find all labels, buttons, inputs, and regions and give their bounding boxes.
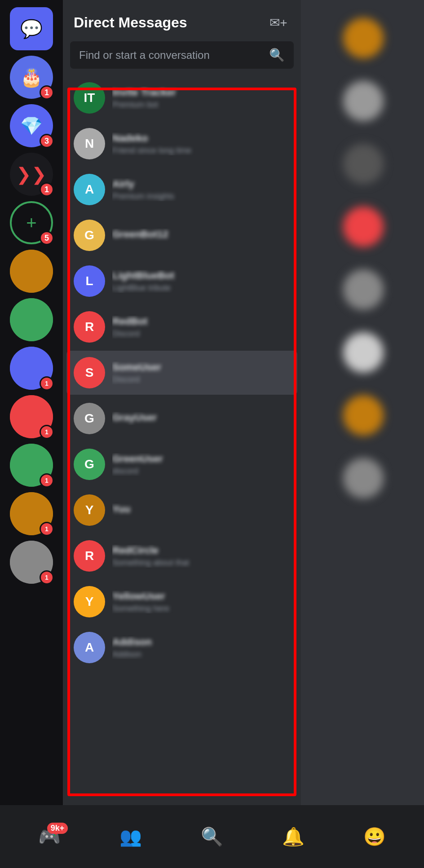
side-avatar — [343, 458, 384, 498]
dm-info: Nadeko Friend since long time — [112, 132, 290, 155]
side-avatar — [343, 332, 384, 373]
side-avatar — [343, 81, 384, 121]
dm-avatar: N — [74, 128, 105, 159]
dm-panel-title: Direct Messages — [74, 14, 187, 31]
search-placeholder-text: Find or start a conversation — [79, 49, 210, 62]
server-user1-wrap — [10, 250, 53, 293]
nav-search[interactable]: 🔍 — [201, 826, 223, 847]
dm-panel: Direct Messages ✉+ Find or start a conve… — [63, 0, 301, 868]
red-app-badge: 1 — [40, 182, 54, 197]
dm-avatar: R — [74, 311, 105, 343]
dm-info: Airly Premium insights — [112, 178, 290, 201]
dm-name: YellowUser — [112, 590, 290, 602]
dm-avatar: G — [74, 220, 105, 251]
server-user6-wrap: 1 — [10, 492, 53, 535]
dm-avatar: R — [74, 540, 105, 572]
dm-name: SomeUser — [112, 361, 290, 373]
dm-name: RedCircle — [112, 545, 290, 556]
dm-avatar: Y — [74, 494, 105, 526]
dm-name: Airly — [112, 178, 290, 190]
search-nav-icon: 🔍 — [201, 826, 223, 847]
dm-item[interactable]: G GrayUser — [66, 397, 297, 441]
dm-name: GrayUser — [112, 412, 290, 423]
dm-avatar: G — [74, 449, 105, 480]
server-user2-icon[interactable] — [10, 298, 53, 341]
bottom-nav: 🎮 9k+ 👥 🔍 🔔 😀 — [0, 805, 424, 868]
dm-info: RedCircle Something about that — [112, 545, 290, 568]
dm-preview: Something about that — [112, 558, 290, 568]
dm-item[interactable]: G GreenBot12 — [66, 213, 297, 257]
dm-item[interactable]: G GreenUser discord — [66, 442, 297, 486]
dm-preview: Discord — [112, 375, 290, 384]
dm-avatar: G — [74, 403, 105, 434]
server-user4-badge: 1 — [40, 425, 54, 439]
server-user5-badge: 1 — [40, 473, 54, 488]
dm-server-icon-wrap: 💬 — [10, 7, 53, 50]
dm-item[interactable]: Y YellowUser Something here — [66, 580, 297, 624]
dm-name: Yuu — [112, 503, 290, 515]
right-side-avatars — [303, 0, 424, 805]
nav-notifications[interactable]: 🔔 — [282, 826, 305, 847]
dm-name: Invite Tracker — [112, 87, 290, 98]
dm-header: Direct Messages ✉+ — [63, 0, 301, 41]
dm-item[interactable]: N Nadeko Friend since long time — [66, 122, 297, 166]
app-container: 💬 🎂 1 💎 3 ❯❯ 1 + — [0, 0, 424, 868]
dm-name: GreenUser — [112, 453, 290, 465]
search-bar[interactable]: Find or start a conversation 🔍 — [70, 41, 294, 69]
search-icon: 🔍 — [269, 48, 285, 62]
new-dm-icon: ✉+ — [269, 15, 287, 30]
server-user6-badge: 1 — [40, 522, 54, 536]
birthday-badge: 1 — [40, 85, 54, 100]
dm-preview: discord — [112, 467, 290, 476]
dm-item[interactable]: A Addison Addison — [66, 626, 297, 670]
nav-home[interactable]: 🎮 9k+ — [38, 826, 61, 847]
dm-item[interactable]: Y Yuu — [66, 488, 297, 532]
dm-item[interactable]: L LightBlueBot LightBlue tribute — [66, 259, 297, 303]
red-app-server-icon-wrap: ❯❯ 1 — [10, 153, 53, 196]
dm-info: Addison Addison — [112, 636, 290, 659]
dm-name: GreenBot12 — [112, 229, 290, 240]
dm-avatar: A — [74, 174, 105, 205]
dm-preview: Addison — [112, 650, 290, 659]
home-badge: 9k+ — [47, 823, 68, 834]
dm-info: GreenBot12 — [112, 229, 290, 242]
dm-preview: Something here — [112, 604, 290, 613]
discord-badge: 3 — [40, 134, 54, 148]
dm-info: Invite Tracker Premium bot — [112, 87, 290, 110]
dm-info: GreenUser discord — [112, 453, 290, 476]
dm-preview: Discord — [112, 329, 290, 339]
dm-name: Addison — [112, 636, 290, 648]
right-panel — [301, 0, 424, 868]
dm-info: SomeUser Discord — [112, 361, 290, 384]
server-user2-wrap — [10, 298, 53, 341]
dm-name: LightBlueBot — [112, 270, 290, 282]
nav-friends[interactable]: 👥 — [119, 826, 142, 847]
server-user7-badge: 1 — [40, 570, 54, 585]
side-avatar — [343, 144, 384, 184]
dm-item[interactable]: R RedCircle Something about that — [66, 534, 297, 578]
server-user4-wrap: 1 — [10, 395, 53, 438]
friends-icon: 👥 — [119, 826, 142, 847]
birthday-server-icon-wrap: 🎂 1 — [10, 56, 53, 99]
dm-preview: Premium insights — [112, 192, 290, 201]
dm-preview: LightBlue tribute — [112, 283, 290, 293]
nav-profile[interactable]: 😀 — [363, 826, 386, 847]
server-sidebar: 💬 🎂 1 💎 3 ❯❯ 1 + — [0, 0, 63, 868]
dm-item[interactable]: IT Invite Tracker Premium bot — [66, 76, 297, 120]
dm-avatar: A — [74, 632, 105, 663]
dm-item[interactable]: R RedBot Discord — [66, 305, 297, 349]
server-user3-badge: 1 — [40, 376, 54, 391]
new-dm-button[interactable]: ✉+ — [267, 11, 290, 34]
server-user1-icon[interactable] — [10, 250, 53, 293]
side-avatar — [343, 395, 384, 436]
dm-item[interactable]: S SomeUser Discord — [66, 351, 297, 395]
dm-icon[interactable]: 💬 — [10, 7, 53, 50]
server-user7-wrap: 1 — [10, 541, 53, 584]
server-user5-wrap: 1 — [10, 444, 53, 487]
dm-item[interactable]: A Airly Premium insights — [66, 167, 297, 211]
add-badge: 5 — [40, 231, 54, 245]
dm-avatar: S — [74, 357, 105, 388]
dm-name: RedBot — [112, 316, 290, 327]
add-server-icon-wrap: + 5 — [10, 201, 53, 244]
dm-avatar: L — [74, 265, 105, 297]
